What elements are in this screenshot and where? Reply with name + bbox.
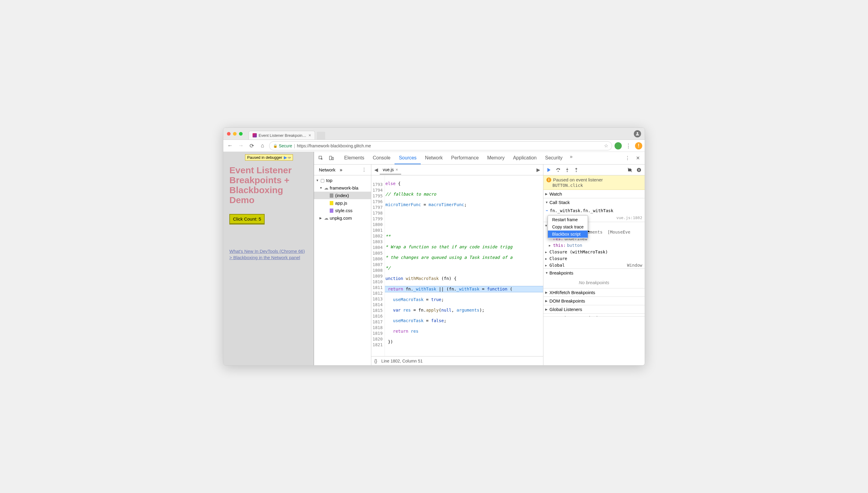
devtools: Elements Console Sources Network Perform… bbox=[314, 152, 645, 365]
dom-breakpoints-header[interactable]: ▶DOM Breakpoints bbox=[543, 297, 645, 305]
tab-application[interactable]: Application bbox=[509, 152, 541, 164]
resume-mini-icon[interactable]: ▶ bbox=[284, 155, 287, 160]
bookmark-icon[interactable]: ☆ bbox=[604, 143, 608, 149]
dom-breakpoints-section: ▶DOM Breakpoints bbox=[543, 297, 645, 305]
pause-on-exceptions-button[interactable] bbox=[635, 166, 643, 174]
step-out-button[interactable] bbox=[572, 166, 580, 174]
code-editor[interactable]: 1793 1794 1795 1796 1797 1798 1799 1800 … bbox=[371, 175, 543, 356]
editor-run-button[interactable]: ▶ bbox=[535, 166, 542, 174]
scope-this[interactable]: ▶this: button bbox=[543, 242, 645, 249]
global-scope-header[interactable]: ▶GlobalWindow bbox=[543, 262, 645, 269]
ctx-blackbox-script[interactable]: Blackbox script bbox=[548, 231, 588, 238]
svg-point-6 bbox=[567, 171, 568, 172]
xhr-breakpoints-header[interactable]: ▶XHR/fetch Breakpoints bbox=[543, 288, 645, 297]
profile-button[interactable] bbox=[634, 130, 641, 137]
deactivate-breakpoints-button[interactable] bbox=[626, 166, 634, 174]
svg-point-0 bbox=[636, 132, 638, 133]
page-heading: Event Listener Breakpoints + Blackboxing… bbox=[230, 165, 307, 205]
event-listener-breakpoints-header[interactable]: ▶Event Listener Breakpoints bbox=[543, 314, 645, 317]
devtools-menu-button[interactable]: ⋮ bbox=[623, 154, 632, 163]
svg-point-9 bbox=[637, 168, 641, 172]
closure1-header[interactable]: ▶Closure (withMacroTask) bbox=[543, 249, 645, 255]
callstack-header[interactable]: ▼Call Stack bbox=[543, 198, 645, 207]
close-window-button[interactable] bbox=[227, 132, 231, 135]
navigator-header: Network » ⋮ bbox=[314, 165, 371, 175]
reload-button[interactable]: ⟳ bbox=[247, 142, 256, 150]
format-icon[interactable]: {} bbox=[374, 359, 377, 363]
pause-badge[interactable]: Paused in debugger ▶⤼ bbox=[245, 154, 293, 160]
back-button[interactable]: ← bbox=[226, 142, 234, 150]
step-over-button[interactable] bbox=[554, 166, 562, 174]
tree-cdn[interactable]: ▶unpkg.com bbox=[314, 214, 371, 222]
doc-link[interactable]: What's New In DevTools (Chrome 66) > Bla… bbox=[230, 248, 307, 261]
svg-rect-11 bbox=[639, 169, 640, 171]
tree-domain[interactable]: ▼framework-bla bbox=[314, 184, 371, 192]
home-button[interactable]: ⌂ bbox=[258, 142, 267, 150]
navigator-tab-network[interactable]: Network bbox=[317, 166, 338, 174]
editor-statusbar: {} Line 1802, Column 51 bbox=[371, 356, 543, 365]
extension-icon[interactable] bbox=[614, 142, 622, 149]
navigator-menu-button[interactable]: ⋮ bbox=[360, 166, 369, 174]
navigator-panel: Network » ⋮ ▼top ▼framework-bla (index) … bbox=[314, 165, 371, 365]
tab-console[interactable]: Console bbox=[369, 152, 395, 164]
step-mini-icon[interactable]: ⤼ bbox=[287, 155, 291, 160]
debugger-panel: iPaused on event listener BUTTON.click ▶… bbox=[543, 165, 645, 365]
closure2-header[interactable]: ▶Closure bbox=[543, 255, 645, 262]
browser-tabs: Event Listener Breakpoints + B × bbox=[248, 128, 634, 140]
click-count-button[interactable]: Click Count: 5 bbox=[230, 214, 265, 224]
breakpoints-header[interactable]: ▼Breakpoints bbox=[543, 269, 645, 277]
watch-header[interactable]: ▶Watch bbox=[543, 190, 645, 198]
editor-tab-vuejs[interactable]: vue.js × bbox=[380, 166, 401, 174]
browser-toolbar: ← → ⟳ ⌂ Secure | https://framework-black… bbox=[223, 140, 645, 152]
tree-file-index[interactable]: (index) bbox=[314, 192, 371, 199]
tree-file-appjs[interactable]: app.js bbox=[314, 199, 371, 207]
ctx-restart-frame[interactable]: Restart frame bbox=[548, 216, 588, 223]
event-listener-breakpoints-section: ▶Event Listener Breakpoints bbox=[543, 314, 645, 317]
stack-frame[interactable]: ➡ fn._withTask.fn._withTask bbox=[543, 207, 645, 214]
svg-rect-10 bbox=[638, 169, 639, 171]
editor-tab-close[interactable]: × bbox=[396, 167, 398, 172]
menu-button[interactable]: ⋮ bbox=[624, 142, 633, 150]
tab-close-button[interactable]: × bbox=[309, 133, 311, 138]
editor-panel: ◀ vue.js × ▶ 1793 1794 1795 bbox=[371, 165, 543, 365]
tab-favicon bbox=[253, 133, 257, 137]
address-bar[interactable]: Secure | https://framework-blackboxing.g… bbox=[269, 141, 612, 150]
browser-tab[interactable]: Event Listener Breakpoints + B × bbox=[248, 131, 315, 140]
inspect-element-button[interactable] bbox=[317, 154, 325, 163]
forward-button[interactable]: → bbox=[237, 142, 245, 150]
tree-file-stylecss[interactable]: style.css bbox=[314, 207, 371, 214]
extension-badge-icon[interactable]: ! bbox=[635, 142, 642, 149]
url-separator: | bbox=[294, 144, 295, 148]
navigator-overflow-button[interactable]: » bbox=[340, 167, 342, 173]
global-listeners-header[interactable]: ▶Global Listeners bbox=[543, 305, 645, 314]
resume-button[interactable] bbox=[545, 166, 553, 174]
info-icon: i bbox=[546, 177, 551, 182]
device-toolbar-button[interactable] bbox=[327, 154, 336, 163]
tab-sources[interactable]: Sources bbox=[394, 152, 421, 164]
ctx-copy-stack-trace[interactable]: Copy stack trace bbox=[548, 223, 588, 231]
tab-network[interactable]: Network bbox=[421, 152, 447, 164]
tab-security[interactable]: Security bbox=[541, 152, 567, 164]
tab-memory[interactable]: Memory bbox=[483, 152, 509, 164]
tab-elements[interactable]: Elements bbox=[340, 152, 369, 164]
minimize-window-button[interactable] bbox=[233, 132, 237, 135]
stack-frame-location[interactable]: vue.js:1802 bbox=[616, 215, 642, 220]
tab-performance[interactable]: Performance bbox=[447, 152, 483, 164]
line-gutter: 1793 1794 1795 1796 1797 1798 1799 1800 … bbox=[371, 175, 385, 356]
editor-nav-toggle[interactable]: ◀ bbox=[372, 166, 380, 174]
window-controls bbox=[227, 132, 243, 135]
tabs-overflow-button[interactable]: » bbox=[567, 152, 576, 161]
xhr-breakpoints-section: ▶XHR/fetch Breakpoints bbox=[543, 288, 645, 297]
tree-top[interactable]: ▼top bbox=[314, 177, 371, 184]
step-into-button[interactable] bbox=[563, 166, 571, 174]
cursor-position: Line 1802, Column 51 bbox=[381, 359, 422, 363]
new-tab-button[interactable] bbox=[317, 132, 325, 140]
breakpoints-empty: No breakpoints bbox=[543, 277, 645, 288]
pause-banner: iPaused on event listener BUTTON.click bbox=[543, 175, 645, 190]
maximize-window-button[interactable] bbox=[239, 132, 243, 135]
debugger-toolbar bbox=[543, 165, 645, 175]
code-content[interactable]: else { // fallback to macro microTimerFu… bbox=[385, 175, 543, 356]
secure-badge: Secure bbox=[273, 144, 292, 148]
editor-tab-label: vue.js bbox=[383, 167, 394, 172]
devtools-close-button[interactable]: ✕ bbox=[633, 154, 642, 163]
